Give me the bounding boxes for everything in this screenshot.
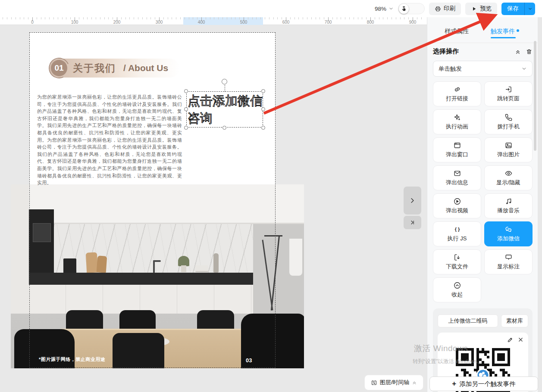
selection-handle-mr[interactable]	[261, 107, 265, 111]
trash-icon[interactable]	[526, 48, 533, 55]
action-link[interactable]: 打开链接	[433, 81, 481, 106]
plus-icon: +	[452, 380, 456, 388]
selection-handle-tl[interactable]	[184, 89, 188, 93]
layers-timeline-icon	[371, 380, 377, 386]
close-icon[interactable]	[517, 336, 524, 343]
print-button[interactable]: 印刷	[429, 3, 461, 15]
action-download[interactable]: 下载文件	[433, 249, 481, 274]
horizontal-ruler: 0100200300400500600700800900	[0, 17, 427, 25]
video-icon	[453, 197, 461, 205]
sparkle-icon	[453, 113, 461, 121]
add-trigger-button[interactable]: + 添加另一个触发事件	[429, 376, 538, 391]
scrollbar-thumb[interactable]	[534, 41, 536, 151]
collapse-icon	[453, 281, 461, 289]
active-tab-underline	[491, 37, 516, 38]
photo-art	[264, 235, 282, 236]
eye-icon	[504, 169, 513, 177]
selection-handle-ml[interactable]	[184, 107, 188, 111]
action-braces[interactable]: { }执行 JS	[433, 221, 481, 246]
photo-art	[63, 258, 76, 273]
preview-button[interactable]: 预览	[465, 3, 497, 15]
window-icon	[453, 141, 461, 149]
zoom-value: 98%	[375, 6, 386, 12]
tab-notification-dot	[517, 29, 519, 32]
image-icon	[504, 141, 513, 149]
jump-page-icon	[504, 85, 513, 93]
heading-number-badge: 01	[51, 60, 67, 76]
collapse-all-icon[interactable]	[514, 48, 521, 55]
last-page-button[interactable]	[404, 216, 421, 229]
braces-icon: { }	[453, 225, 461, 233]
message-icon	[453, 169, 461, 177]
layers-timeline-button[interactable]: 图层/时间轴	[364, 375, 423, 390]
panel-divider	[427, 43, 538, 43]
canvas-area: *图片源于网络，禁止商业用途 03 01 关于我们 / About Us 为您的…	[0, 25, 427, 392]
heading-cn: 关于我们	[73, 62, 116, 75]
selected-text-element[interactable]: 点击添加微信咨询	[186, 91, 263, 128]
body-paragraph[interactable]: 为您的家居增添一抹亮丽色彩，让您的生活更具品质。装饰墙砖公司，专注于为您提供高品…	[37, 93, 182, 187]
chevron-down-icon	[521, 66, 527, 72]
selection-handle-br[interactable]	[261, 126, 265, 130]
action-label: 弹出视频	[446, 207, 468, 215]
action-collapse[interactable]: 收起	[433, 277, 481, 302]
trigger-type-select[interactable]: 单击触发	[433, 61, 533, 77]
action-music[interactable]: 播放音乐	[484, 193, 533, 218]
photo-art	[11, 184, 29, 314]
section-heading[interactable]: 01 关于我们 / About Us	[50, 59, 180, 78]
double-chevron-up-icon	[412, 380, 417, 385]
selection-handle-bl[interactable]	[184, 126, 188, 130]
photo-art	[11, 184, 304, 224]
printer-icon	[435, 6, 441, 12]
download-icon	[453, 253, 461, 261]
photo-art	[29, 273, 253, 285]
action-eye[interactable]: 显示/隐藏	[484, 165, 533, 190]
edit-icon[interactable]	[507, 336, 514, 343]
chevron-down-icon	[528, 6, 533, 11]
svg-text:{ }: { }	[454, 227, 460, 232]
action-video[interactable]: 弹出视频	[433, 193, 481, 218]
action-label: 拨打手机	[497, 123, 520, 131]
wechat-icon	[504, 225, 513, 233]
asset-library-button[interactable]: 素材库	[501, 314, 528, 327]
selected-text: 点击添加微信咨询	[188, 92, 263, 127]
photo-art	[178, 256, 189, 266]
photo-art	[153, 260, 155, 273]
photo-art	[29, 285, 253, 314]
action-jump-page[interactable]: 跳转页面	[484, 81, 533, 106]
upload-qr-button[interactable]: 上传微信二维码	[438, 314, 498, 327]
music-icon	[504, 197, 513, 205]
action-annotation[interactable]: 显示标注	[484, 249, 533, 274]
action-label: 添加微信	[497, 235, 520, 243]
interaction-mode-toggle[interactable]	[398, 3, 425, 14]
selection-handle-tr[interactable]	[261, 89, 265, 93]
action-label: 下载文件	[446, 263, 468, 271]
action-phone[interactable]: 拨打手机	[484, 109, 533, 134]
save-button[interactable]: 保存	[501, 3, 524, 15]
action-window[interactable]: 弹出窗口	[433, 137, 481, 162]
zoom-control[interactable]: 98%	[375, 6, 394, 12]
photo-art	[197, 310, 234, 330]
panel-scrollbar[interactable]	[534, 41, 536, 386]
next-page-button[interactable]	[404, 187, 421, 215]
tab-trigger-events[interactable]: 触发事件	[491, 28, 519, 35]
action-message[interactable]: 弹出信息	[433, 165, 481, 190]
save-dropdown-button[interactable]	[524, 3, 535, 15]
selection-handle-bm[interactable]	[222, 126, 226, 130]
kitchen-image[interactable]: *图片源于网络，禁止商业用途 03	[11, 184, 304, 368]
rotation-handle[interactable]	[222, 79, 227, 84]
action-wechat[interactable]: 添加微信	[484, 221, 533, 246]
heading-en: / About Us	[123, 63, 168, 73]
action-image[interactable]: 弹出图片	[484, 137, 533, 162]
link-icon	[453, 85, 461, 93]
tab-style-properties[interactable]: 样式属性	[445, 28, 469, 35]
action-label: 执行 JS	[448, 235, 467, 243]
top-toolbar: 98% 印刷 预览 保存	[0, 0, 542, 17]
trigger-actions-grid: 打开链接跳转页面执行动画拨打手机弹出窗口弹出图片弹出信息显示/隐藏弹出视频播放音…	[433, 81, 533, 302]
ruler-selection-highlight	[183, 17, 263, 25]
photo-art	[113, 333, 164, 368]
action-sparkle[interactable]: 执行动画	[433, 109, 481, 134]
annotation-icon	[504, 253, 513, 261]
save-split-button: 保存	[501, 3, 535, 15]
action-label: 弹出窗口	[446, 151, 468, 159]
action-label: 显示标注	[497, 263, 520, 271]
